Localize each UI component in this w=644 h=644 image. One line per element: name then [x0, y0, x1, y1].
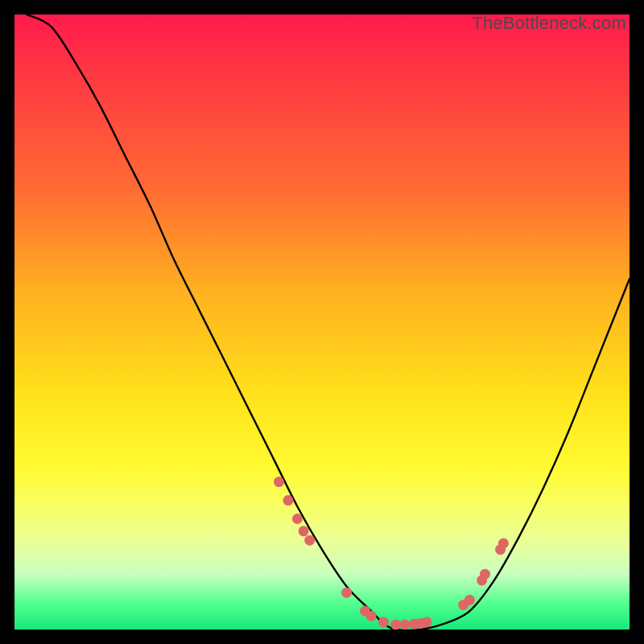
scatter-dot [480, 569, 490, 580]
curve-line [27, 14, 630, 630]
scatter-dot [341, 588, 352, 598]
scatter-dot [299, 526, 309, 536]
scatter-dot [378, 617, 389, 627]
chart-svg [14, 14, 630, 630]
watermark-text: TheBottleneck.com [472, 13, 626, 34]
scatter-dot [304, 535, 315, 546]
scatter-dot [400, 619, 411, 630]
scatter-dot [283, 495, 294, 506]
scatter-dot [390, 619, 401, 630]
scatter-dot [421, 617, 431, 627]
scatter-dot [366, 611, 377, 621]
scatter-dot [274, 477, 284, 487]
chart-frame: TheBottleneck.com [14, 14, 630, 630]
scatter-dot [292, 514, 303, 524]
scatter-dot [498, 539, 509, 549]
scatter-dot [464, 595, 475, 605]
